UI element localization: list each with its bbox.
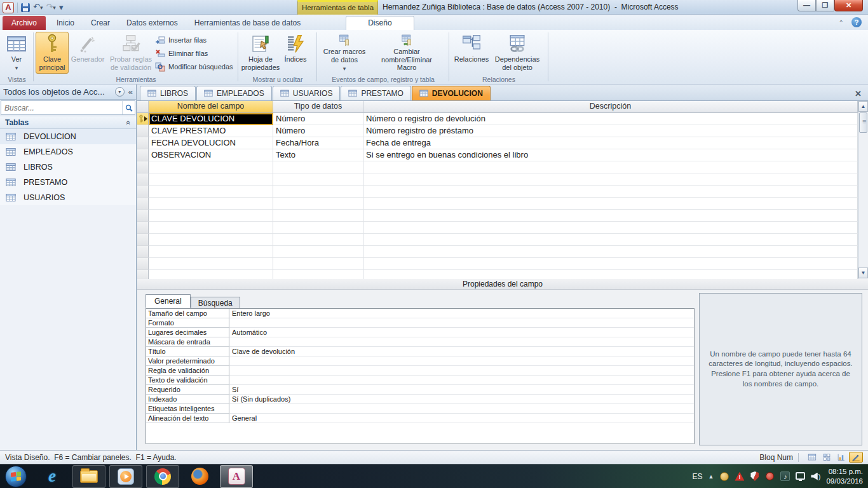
sidebar-item-empleados[interactable]: EMPLEADOS [0,144,136,159]
empty-cell[interactable] [273,258,363,270]
crear-macros-button[interactable]: Crear macros de datos ▾ [319,32,370,74]
empty-cell[interactable] [363,186,858,198]
empty-cell[interactable] [273,270,363,279]
field-type-cell[interactable]: Número [273,125,363,137]
nav-menu-dropdown-icon[interactable]: ▾ [115,87,125,97]
empty-cell[interactable] [149,222,273,234]
empty-cell[interactable] [273,186,363,198]
modificar-busquedas-button[interactable]: Modificar búsquedas [155,61,233,72]
collapse-group-icon[interactable]: « [125,120,133,125]
empty-cell[interactable] [363,234,858,246]
close-document-icon[interactable]: ✕ [851,89,865,100]
sidebar-item-libros[interactable]: LIBROS [0,159,136,175]
row-selector[interactable] [137,173,149,186]
empty-cell[interactable] [363,222,858,234]
language-indicator[interactable]: ES [693,472,703,481]
nav-group-tablas[interactable]: Tablas « [0,116,136,129]
row-selector[interactable] [137,222,149,234]
tab-herramientas-bd[interactable]: Herramientas de base de datos [186,17,309,30]
tray-expand-icon[interactable]: ▲ [709,473,714,480]
sidebar-item-devolucion[interactable]: DEVOLUCION [0,129,136,144]
help-icon[interactable]: ? [851,17,862,27]
field-type-cell[interactable]: Fecha/Hora [273,137,363,149]
row-selector[interactable] [137,234,149,246]
empty-cell[interactable] [273,222,363,234]
row-selector[interactable] [137,161,149,173]
clave-principal-button[interactable]: Clave principal [36,32,69,74]
vertical-scrollbar[interactable]: ▲ ▼ [858,101,868,279]
empty-cell[interactable] [363,246,858,258]
eliminar-filas-button[interactable]: Eliminar filas [155,48,233,59]
scrollbar-thumb[interactable] [859,112,867,133]
field-desc-cell[interactable]: Número o registro de devolución [363,113,858,125]
taskbar-explorer-icon[interactable] [72,465,105,488]
empty-cell[interactable] [273,161,363,173]
empty-cell[interactable] [149,186,273,198]
empty-cell[interactable] [273,210,363,222]
field-type-cell[interactable]: Número [273,113,363,125]
tab-general[interactable]: General [146,294,191,308]
taskbar-chrome-icon[interactable] [146,465,179,488]
taskbar-ie-icon[interactable]: e [36,465,69,488]
empty-cell[interactable] [363,173,858,186]
empty-cell[interactable] [273,246,363,258]
empty-cell[interactable] [273,198,363,210]
tray-warning-icon[interactable]: ! [735,472,744,481]
search-icon[interactable] [122,101,135,114]
tab-diseno[interactable]: Diseño [346,16,414,30]
sidebar-item-usuarios[interactable]: USUARIOS [0,190,136,205]
field-name-cell[interactable]: OBSERVACION [149,149,273,161]
tray-audio-app-icon[interactable]: ♪ [780,471,790,481]
nav-pane-header[interactable]: Todos los objetos de Acc... ▾ « [0,85,136,100]
pivottable-view-icon[interactable] [820,452,834,463]
ver-button[interactable]: Ver ▾ [2,32,31,74]
doc-tab-prestamo[interactable]: PRESTAMO [341,86,410,100]
empty-cell[interactable] [149,234,273,246]
empty-cell[interactable] [273,173,363,186]
tray-app-icon[interactable] [720,472,729,481]
restore-button[interactable]: ❐ [816,0,834,11]
doc-tab-libros[interactable]: LIBROS [140,86,196,100]
scroll-up-icon[interactable]: ▲ [858,101,868,112]
taskbar-access-icon[interactable]: A [220,465,253,488]
row-selector[interactable] [137,149,149,161]
tab-busqueda[interactable]: Búsqueda [191,297,240,309]
empty-cell[interactable] [149,258,273,270]
column-header-tipo[interactable]: Tipo de datos [273,101,363,113]
row-selector[interactable] [137,125,149,137]
undo-icon[interactable]: ↶▾ [33,1,43,13]
tab-archivo[interactable]: Archivo [3,16,46,30]
datasheet-view-icon[interactable] [805,452,819,463]
empty-cell[interactable] [149,161,273,173]
empty-cell[interactable] [273,234,363,246]
row-selector[interactable] [137,246,149,258]
empty-cell[interactable] [363,198,858,210]
field-desc-cell[interactable]: Número registro de préstamo [363,125,858,137]
taskbar-firefox-icon[interactable] [183,465,216,488]
empty-cell[interactable] [363,258,858,270]
tray-clock[interactable]: 08:15 p.m. 09/03/2016 [826,467,863,486]
row-selector[interactable] [137,186,149,198]
field-desc-cell[interactable]: Si se entrego en buenas condiciones el l… [363,149,858,161]
column-header-descripcion[interactable]: Descripción [363,101,858,113]
shutter-close-icon[interactable]: « [128,87,133,97]
scroll-down-icon[interactable]: ▼ [858,268,868,278]
tab-crear[interactable]: Crear [83,17,118,30]
row-selector[interactable] [137,137,149,149]
tab-datos-externos[interactable]: Datos externos [118,17,186,30]
row-selector[interactable] [137,270,149,279]
taskbar-media-player-icon[interactable] [109,465,142,488]
field-desc-cell[interactable]: Fecha de entrega [363,137,858,149]
indices-button[interactable]: Índices [281,32,310,74]
doc-tab-usuarios[interactable]: USUARIOS [273,86,341,100]
tray-security-shield-icon[interactable] [750,471,759,481]
sidebar-item-prestamo[interactable]: PRESTAMO [0,175,136,190]
empty-cell[interactable] [149,246,273,258]
start-button[interactable] [5,466,27,487]
access-app-icon[interactable]: A [3,2,14,13]
row-selector[interactable] [137,198,149,210]
empty-cell[interactable] [149,198,273,210]
minimize-button[interactable]: — [797,0,816,11]
primary-key-row-selector[interactable] [137,113,149,125]
row-selector[interactable] [137,258,149,270]
